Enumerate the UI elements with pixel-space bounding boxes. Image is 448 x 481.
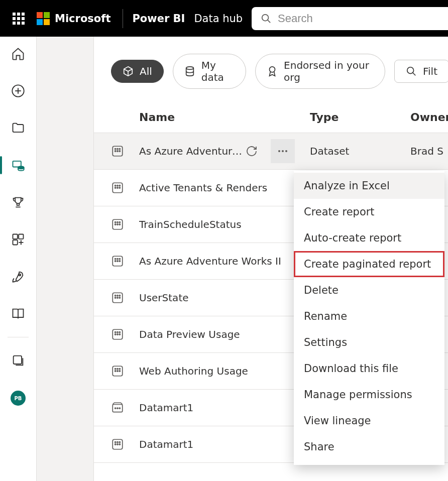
col-header-owner[interactable]: Owner	[410, 111, 448, 124]
svg-rect-7	[13, 234, 18, 239]
more-options-button[interactable]	[271, 139, 295, 163]
svg-point-78	[119, 444, 120, 445]
menu-download-file[interactable]: Download this file	[294, 355, 444, 382]
menu-create-report[interactable]: Create report	[294, 199, 444, 225]
table-header: Name Type Owner	[94, 106, 448, 133]
svg-point-39	[119, 224, 120, 225]
rail-metrics[interactable]	[8, 192, 28, 212]
rail-browse[interactable]	[8, 118, 28, 138]
workspace-avatar[interactable]: PB	[11, 391, 26, 406]
table-row[interactable]	[94, 462, 448, 481]
header-separator	[123, 9, 123, 28]
svg-rect-11	[14, 356, 22, 364]
filter-mydata[interactable]: My data	[173, 54, 246, 89]
svg-point-56	[117, 332, 118, 333]
refresh-icon[interactable]	[246, 145, 258, 157]
svg-point-51	[115, 297, 116, 298]
svg-point-50	[119, 295, 120, 296]
svg-rect-54	[113, 329, 123, 339]
svg-point-25	[285, 150, 287, 152]
menu-analyze-in-excel[interactable]: Analyze in Excel	[294, 173, 444, 199]
cube-icon	[123, 66, 134, 77]
menu-view-lineage[interactable]: View lineage	[294, 408, 444, 434]
dataset-icon	[111, 291, 124, 304]
svg-point-17	[115, 149, 116, 150]
svg-point-18	[117, 149, 118, 150]
menu-settings[interactable]: Settings	[294, 329, 444, 355]
svg-point-13	[270, 67, 275, 72]
dataset-icon	[111, 365, 124, 378]
rail-workspaces[interactable]	[8, 350, 28, 371]
svg-rect-47	[113, 293, 123, 303]
table-row[interactable]: As Azure Adventure … Dataset Brad S	[94, 133, 448, 169]
svg-point-6	[18, 166, 24, 169]
svg-point-66	[117, 371, 118, 372]
svg-point-0	[262, 15, 269, 21]
trophy-icon	[11, 195, 25, 209]
col-header-type[interactable]: Type	[310, 111, 410, 124]
rail-divider	[8, 337, 29, 337]
row-name: Datamart1	[139, 438, 310, 450]
row-name: Datamart1	[139, 402, 310, 414]
svg-rect-16	[113, 146, 123, 156]
filter-endorsed[interactable]: Endorsed in your org	[255, 54, 385, 89]
plus-circle-icon	[11, 84, 25, 98]
svg-point-32	[119, 187, 120, 188]
search-icon	[261, 13, 272, 25]
menu-manage-permissions[interactable]: Manage permissions	[294, 382, 444, 408]
svg-point-35	[117, 222, 118, 223]
svg-point-21	[117, 151, 118, 152]
row-owner: Brad S	[410, 145, 448, 157]
rail-deploy[interactable]	[8, 267, 28, 287]
menu-share[interactable]: Share	[294, 434, 444, 460]
dataset-icon	[111, 255, 124, 268]
menu-rename[interactable]: Rename	[294, 303, 444, 329]
rail-create[interactable]	[8, 81, 28, 101]
svg-point-19	[119, 149, 120, 150]
row-name: Active Tenants & Renders	[139, 182, 310, 194]
svg-point-20	[115, 151, 116, 152]
app-launcher-button[interactable]	[0, 13, 37, 25]
waffle-icon	[13, 13, 25, 25]
rail-datahub[interactable]	[8, 155, 28, 175]
menu-create-paginated-report[interactable]: Create paginated report	[294, 251, 444, 277]
rail-learn[interactable]	[8, 304, 28, 324]
svg-point-65	[115, 371, 116, 372]
col-header-name[interactable]: Name	[139, 111, 310, 124]
filter-keyword-button[interactable]: Filt	[394, 60, 448, 83]
svg-point-57	[119, 332, 120, 333]
svg-point-22	[119, 151, 120, 152]
svg-point-55	[115, 332, 116, 333]
svg-point-44	[115, 261, 116, 262]
row-name: As Azure Adventure Works II	[139, 255, 310, 267]
datahub-link[interactable]: Data hub	[194, 13, 243, 25]
svg-point-70	[117, 408, 118, 409]
home-icon	[11, 47, 25, 61]
menu-delete[interactable]: Delete	[294, 277, 444, 303]
filter-all[interactable]: All	[111, 60, 164, 83]
svg-point-31	[117, 187, 118, 188]
filter-endorsed-label: Endorsed in your org	[284, 59, 374, 83]
search-box[interactable]	[252, 7, 448, 30]
rocket-icon	[11, 270, 25, 284]
rail-home[interactable]	[8, 44, 28, 64]
workspaces-icon	[11, 353, 25, 368]
row-name: UserState	[139, 292, 310, 304]
row-type: Dataset	[310, 145, 410, 157]
svg-point-34	[115, 222, 116, 223]
svg-point-75	[119, 442, 120, 443]
svg-point-77	[117, 444, 118, 445]
svg-point-27	[115, 185, 116, 186]
menu-auto-create-report[interactable]: Auto-create report	[294, 225, 444, 251]
svg-point-59	[117, 334, 118, 335]
svg-point-63	[117, 369, 118, 370]
svg-point-73	[115, 442, 116, 443]
rail-apps[interactable]	[8, 229, 28, 250]
svg-point-14	[407, 67, 414, 74]
ellipsis-icon	[277, 145, 289, 157]
svg-point-67	[119, 371, 120, 372]
search-input[interactable]	[278, 12, 448, 25]
svg-point-30	[115, 187, 116, 188]
datamart-icon	[111, 401, 124, 414]
svg-rect-68	[113, 405, 123, 412]
